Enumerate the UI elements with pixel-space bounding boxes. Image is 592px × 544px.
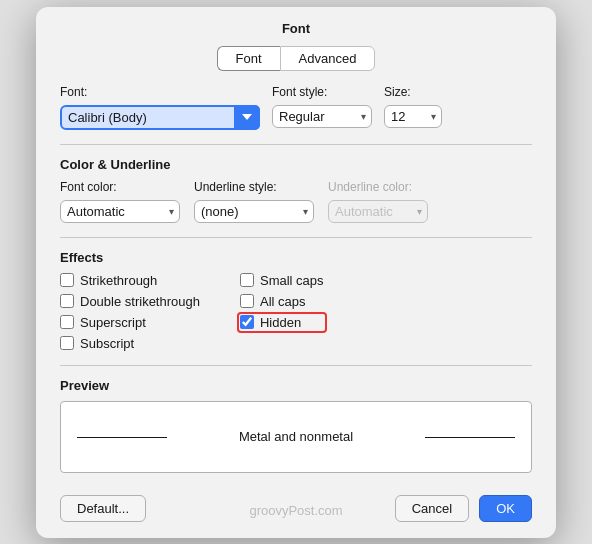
style-select-wrapper: Regular Bold Italic Bold Italic ▾ xyxy=(272,105,372,128)
hidden-row[interactable]: Hidden xyxy=(240,315,324,330)
preview-line-left xyxy=(77,437,167,438)
divider-2 xyxy=(60,237,532,238)
watermark: groovyPost.com xyxy=(249,503,342,518)
size-field-col: Size: 891011 121416 182024 ▾ xyxy=(384,85,442,128)
style-select[interactable]: Regular Bold Italic Bold Italic xyxy=(272,105,372,128)
all-caps-label: All caps xyxy=(260,294,306,309)
effects-title: Effects xyxy=(60,250,532,265)
subscript-row[interactable]: Subscript xyxy=(60,336,200,351)
small-caps-label: Small caps xyxy=(260,273,324,288)
default-button[interactable]: Default... xyxy=(60,495,146,522)
size-select-wrapper: 891011 121416 182024 ▾ xyxy=(384,105,442,128)
preview-section: Preview Metal and nonmetal xyxy=(60,378,532,473)
underline-color-label: Underline color: xyxy=(328,180,428,194)
strikethrough-label: Strikethrough xyxy=(80,273,157,288)
color-underline-title: Color & Underline xyxy=(60,157,532,172)
double-strikethrough-checkbox[interactable] xyxy=(60,294,74,308)
double-strikethrough-label: Double strikethrough xyxy=(80,294,200,309)
footer-right: Cancel OK xyxy=(395,495,532,522)
font-color-select-wrapper: Automatic ▾ xyxy=(60,200,180,223)
ok-button[interactable]: OK xyxy=(479,495,532,522)
font-field-col: Font: xyxy=(60,85,260,130)
font-label: Font: xyxy=(60,85,260,99)
subscript-checkbox[interactable] xyxy=(60,336,74,350)
superscript-checkbox[interactable] xyxy=(60,315,74,329)
effects-cols: Strikethrough Double strikethrough Super… xyxy=(60,273,532,351)
underline-color-col: Underline color: Automatic ▾ xyxy=(328,180,428,223)
dialog-footer: Default... groovyPost.com Cancel OK xyxy=(36,487,556,522)
subscript-label: Subscript xyxy=(80,336,134,351)
size-select[interactable]: 891011 121416 182024 xyxy=(384,105,442,128)
size-label: Size: xyxy=(384,85,442,99)
all-caps-checkbox[interactable] xyxy=(240,294,254,308)
effects-right-col: Small caps All caps Hidden xyxy=(240,273,324,351)
hidden-label: Hidden xyxy=(260,315,301,330)
strikethrough-row[interactable]: Strikethrough xyxy=(60,273,200,288)
tab-advanced[interactable]: Advanced xyxy=(280,46,376,71)
dialog-content: Font: Font style: Regular Bold Italic Bo… xyxy=(36,85,556,473)
font-color-select[interactable]: Automatic xyxy=(60,200,180,223)
divider-3 xyxy=(60,365,532,366)
font-input[interactable] xyxy=(60,105,260,130)
underline-style-select[interactable]: (none) xyxy=(194,200,314,223)
font-color-label: Font color: xyxy=(60,180,180,194)
superscript-label: Superscript xyxy=(80,315,146,330)
small-caps-checkbox[interactable] xyxy=(240,273,254,287)
underline-style-col: Underline style: (none) ▾ xyxy=(194,180,314,223)
tab-bar: Font Advanced xyxy=(36,46,556,71)
double-strikethrough-row[interactable]: Double strikethrough xyxy=(60,294,200,309)
underline-style-select-wrapper: (none) ▾ xyxy=(194,200,314,223)
all-caps-row[interactable]: All caps xyxy=(240,294,324,309)
preview-line-right xyxy=(425,437,515,438)
font-color-col: Font color: Automatic ▾ xyxy=(60,180,180,223)
effects-section: Effects Strikethrough Double strikethrou… xyxy=(60,250,532,351)
dialog-title: Font xyxy=(36,7,556,46)
preview-box: Metal and nonmetal xyxy=(60,401,532,473)
color-underline-row: Font color: Automatic ▾ Underline style:… xyxy=(60,180,532,223)
underline-color-select-wrapper: Automatic ▾ xyxy=(328,200,428,223)
underline-color-select: Automatic xyxy=(328,200,428,223)
underline-style-label: Underline style: xyxy=(194,180,314,194)
cancel-button[interactable]: Cancel xyxy=(395,495,469,522)
hidden-checkbox[interactable] xyxy=(240,315,254,329)
small-caps-row[interactable]: Small caps xyxy=(240,273,324,288)
divider-1 xyxy=(60,144,532,145)
strikethrough-checkbox[interactable] xyxy=(60,273,74,287)
preview-title: Preview xyxy=(60,378,532,393)
color-underline-section: Color & Underline Font color: Automatic … xyxy=(60,157,532,223)
style-label: Font style: xyxy=(272,85,372,99)
font-dropdown-btn[interactable] xyxy=(234,105,260,130)
superscript-row[interactable]: Superscript xyxy=(60,315,200,330)
style-field-col: Font style: Regular Bold Italic Bold Ita… xyxy=(272,85,372,128)
font-fields-row: Font: Font style: Regular Bold Italic Bo… xyxy=(60,85,532,130)
preview-text: Metal and nonmetal xyxy=(239,429,353,444)
font-dialog: Font Font Advanced Font: Font style: xyxy=(36,7,556,538)
effects-left-col: Strikethrough Double strikethrough Super… xyxy=(60,273,200,351)
font-select-wrapper xyxy=(60,105,260,130)
tab-font[interactable]: Font xyxy=(217,46,280,71)
